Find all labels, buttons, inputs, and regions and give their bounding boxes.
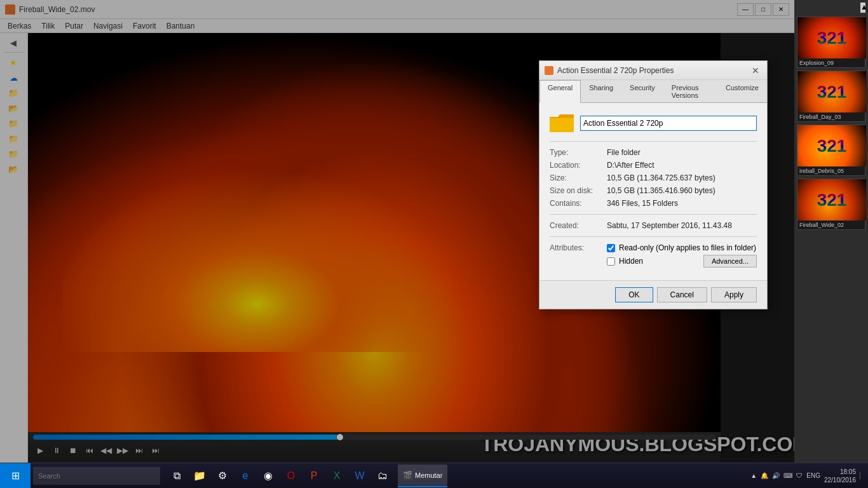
prop-type: Type: File folder [550,148,757,157]
tray-lang[interactable]: ENG [806,472,820,479]
attr-hidden-row: Hidden Advanced... [607,255,757,268]
excel-button[interactable]: X [328,467,346,485]
thumbnail-item[interactable]: 321 Fireball_Wide_02 [797,179,865,230]
apply-button[interactable]: Apply [711,287,757,302]
prop-label-location: Location: [550,161,607,170]
clock-time: 18:05 [824,468,856,476]
readonly-label: Read-only (Only applies to files in fold… [619,243,756,252]
chrome-button[interactable]: ◉ [259,467,277,485]
tab-customize[interactable]: Customize [717,80,767,102]
thumb-badge-4: 321 [817,191,847,209]
dialog-folder-icon [545,66,553,75]
thumbnail-item[interactable]: 321 ireball_Debris_05 [797,125,865,176]
prop-value-contains: 346 Files, 15 Folders [607,199,757,208]
tray-notification[interactable]: 🔔 [761,472,768,479]
thumb-label-1: Explosion_09 [797,58,865,67]
tab-security[interactable]: Security [621,80,663,102]
attr-readonly-row: Attributes: Read-only (Only applies to f… [550,243,757,252]
thumb-label-3: ireball_Debris_05 [797,166,865,175]
prop-created: Created: Sabtu, 17 September 2016, 11.43… [550,221,757,230]
task-view-button[interactable]: ⧉ [168,467,186,485]
prop-value-created: Sabtu, 17 September 2016, 11.43.48 [607,221,757,230]
prop-location: Location: D:\After Effect [550,161,757,170]
file-explorer-button[interactable]: 📁 [191,467,208,485]
tray-volume[interactable]: 🔊 [772,472,780,479]
dialog-close-button[interactable]: ✕ [749,64,762,77]
hidden-checkbox[interactable] [607,257,615,266]
taskbar: ⊞ ⧉ 📁 ⚙ e ◉ O P X W 🗂 🎬 Memutar ▲ 🔔 🔊 ⌨ … [0,463,868,488]
opera-button[interactable]: O [282,467,300,485]
thumb-image-2: 321 [797,71,866,112]
prop-value-location: D:\After Effect [607,161,757,170]
prop-label-size-on-disk: Size on disk: [550,186,607,195]
tab-general[interactable]: General [539,80,581,103]
dialog-content: Type: File folder Location: D:\After Eff… [539,103,767,280]
windows-icon: ⊞ [11,470,20,482]
taskbar-search[interactable] [33,467,160,485]
prop-value-type: File folder [607,148,757,157]
prop-label-contains: Contains: [550,199,607,208]
folder-name-input[interactable] [580,116,757,131]
ok-button[interactable]: OK [615,287,653,302]
separator-2 [550,214,757,215]
thumb-label-4: Fireball_Wide_02 [797,220,865,229]
folder-button[interactable]: 🗂 [374,467,391,485]
start-button[interactable]: ⊞ [0,463,31,489]
folder-header [550,113,757,133]
system-clock[interactable]: 18:05 22/10/2016 [824,468,856,484]
cancel-button[interactable]: Cancel [657,287,707,302]
thumb-badge-3: 321 [817,137,847,155]
dialog-tabs: General Sharing Security Previous Versio… [539,80,767,103]
settings-button[interactable]: ⚙ [214,467,231,485]
thumbnail-item[interactable]: 321 Fireball_Day_03 [797,71,865,122]
prop-size: Size: 10,5 GB (11.364.725.637 bytes) [550,173,757,182]
hidden-label: Hidden [619,257,703,266]
tab-previous-versions[interactable]: Previous Versions [663,80,717,102]
tray-security[interactable]: 🛡 [796,472,803,479]
properties-dialog: Action Essential 2 720p Properties ✕ Gen… [539,60,768,309]
readonly-checkbox[interactable] [607,244,615,252]
separator-3 [550,236,757,237]
prop-value-size: 10,5 GB (11.364.725.637 bytes) [607,173,757,182]
dialog-buttons: OK Cancel Apply [539,280,767,309]
powerpoint-button[interactable]: P [305,467,323,485]
clock-date: 22/10/2016 [824,476,856,484]
running-app[interactable]: 🎬 Memutar [398,464,447,487]
edge-button[interactable]: e [236,467,254,485]
prop-contains: Contains: 346 Files, 15 Folders [550,199,757,208]
tray-expand[interactable]: ▲ [750,472,757,479]
running-app-label: Memutar [415,471,442,479]
prop-size-on-disk: Size on disk: 10,5 GB (11.365.416.960 by… [550,186,757,195]
prop-label-size: Size: [550,173,607,182]
folder-icon [550,113,574,133]
prop-label-created: Created: [550,221,607,230]
tray-keyboard[interactable]: ⌨ [783,472,792,479]
thumb-badge-1: 321 [817,29,847,47]
dialog-titlebar: Action Essential 2 720p Properties ✕ [539,61,767,80]
separator-1 [550,141,757,142]
prop-label-type: Type: [550,148,607,157]
thumb-image-1: 321 [797,17,866,58]
running-app-icon: 🎬 [403,471,412,480]
word-button[interactable]: W [351,467,369,485]
thumb-image-3: 321 [797,125,866,166]
thumb-label-2: Fireball_Day_03 [797,112,865,121]
system-tray: ▲ 🔔 🔊 ⌨ 🛡 ENG 18:05 22/10/2016 ​ [745,468,868,484]
advanced-button[interactable]: Advanced... [703,255,757,268]
thumb-badge-2: 321 [817,83,847,101]
thumb-image-4: 321 [797,179,866,220]
thumbnail-item[interactable]: 321 Explosion_09 [797,17,865,68]
prop-value-size-on-disk: 10,5 GB (11.365.416.960 bytes) [607,186,757,195]
thumbnail-sidebar: ▲ 321 Explosion_09 321 Fireball_Day_03 3… [794,0,868,463]
dialog-title: Action Essential 2 720p Properties [557,66,749,75]
tab-sharing[interactable]: Sharing [581,80,621,102]
attr-label: Attributes: [550,243,607,252]
taskbar-quick-launch: ⧉ 📁 ⚙ e ◉ O P X W 🗂 [168,467,391,485]
show-desktop[interactable]: ​ [860,472,863,479]
scrollbar-up[interactable]: ▲ [860,3,865,13]
